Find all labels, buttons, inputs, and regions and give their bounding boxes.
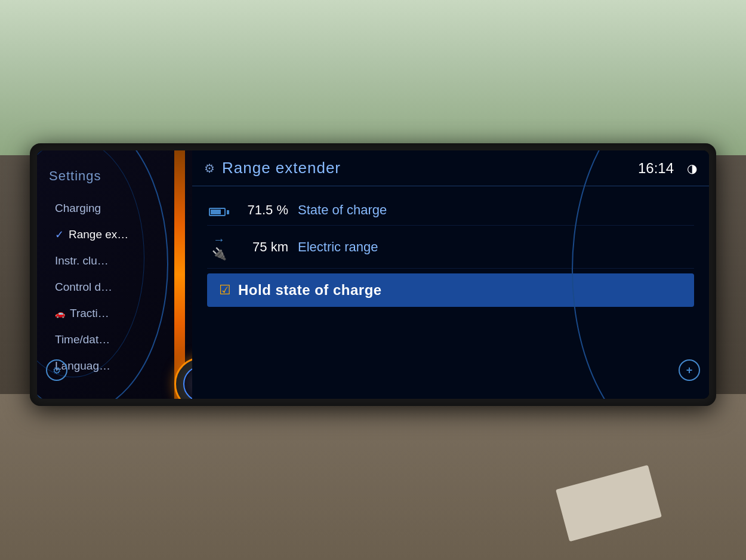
- time-date-label: Time/dat…: [55, 333, 110, 346]
- sidebar-item-control-display[interactable]: Control d…: [49, 275, 192, 300]
- electric-range-label: Electric range: [298, 239, 378, 255]
- range-arrow-icon: →🔌: [207, 233, 231, 261]
- electric-range-row: →🔌 75 km Electric range: [207, 226, 694, 269]
- plus-icon: +: [686, 364, 693, 377]
- sidebar-item-range-extender[interactable]: ✓ Range ex…: [49, 222, 192, 247]
- sidebar-item-time-date[interactable]: Time/dat…: [49, 327, 192, 352]
- electric-range-value: 75 km: [241, 239, 288, 255]
- header-bar: ⚙ Range extender 16:14 ◑: [192, 150, 709, 186]
- display-screen: Settings Charging ✓ Range ex… Instr. clu…: [37, 150, 709, 399]
- content-area: 71.5 % State of charge →🔌 75 km Electric…: [192, 186, 709, 316]
- state-of-charge-row: 71.5 % State of charge: [207, 195, 694, 226]
- traction-label: Tracti…: [70, 307, 109, 320]
- header-time: 16:14: [638, 160, 674, 177]
- sidebar-item-traction-control[interactable]: 🚗 Tracti…: [49, 301, 192, 326]
- settings-icon: ⚙: [204, 161, 215, 176]
- sidebar-item-charging[interactable]: Charging: [49, 196, 192, 221]
- left-scroll-button[interactable]: ⚙: [46, 359, 67, 381]
- battery-icon: [207, 202, 231, 218]
- hold-state-of-charge-row[interactable]: ☑ Hold state of charge: [207, 273, 694, 307]
- knob-controller[interactable]: [174, 357, 192, 399]
- settings-title: Settings: [37, 162, 192, 196]
- state-of-charge-value: 71.5 %: [241, 202, 288, 218]
- header-title: Range extender: [222, 159, 631, 177]
- left-panel: Settings Charging ✓ Range ex… Instr. clu…: [37, 150, 192, 399]
- control-display-label: Control d…: [55, 281, 112, 294]
- traction-icon: 🚗: [55, 309, 65, 318]
- knob-inner-ring: [183, 366, 192, 399]
- navigation-icon: ◑: [687, 161, 697, 176]
- sidebar-item-instr-cluster[interactable]: Instr. clu…: [49, 248, 192, 273]
- hold-state-of-charge-label: Hold state of charge: [238, 282, 382, 299]
- knob-outer-ring: [174, 357, 192, 399]
- gear-icon: ⚙: [53, 365, 61, 376]
- sidebar-item-language[interactable]: Languag…: [49, 353, 192, 379]
- instr-cluster-label: Instr. clu…: [55, 254, 109, 267]
- outdoor-background: [0, 0, 746, 155]
- right-scroll-button[interactable]: +: [679, 359, 700, 381]
- range-extender-label: Range ex…: [69, 228, 128, 241]
- display-bezel: Settings Charging ✓ Range ex… Instr. clu…: [30, 143, 716, 406]
- menu-list: Charging ✓ Range ex… Instr. clu… Control…: [37, 196, 192, 379]
- charging-label: Charging: [55, 202, 101, 215]
- checkbox-checked-icon: ☑: [219, 282, 231, 298]
- state-of-charge-label: State of charge: [298, 202, 387, 218]
- right-panel: ⚙ Range extender 16:14 ◑: [192, 150, 709, 399]
- checkmark-icon: ✓: [55, 228, 64, 241]
